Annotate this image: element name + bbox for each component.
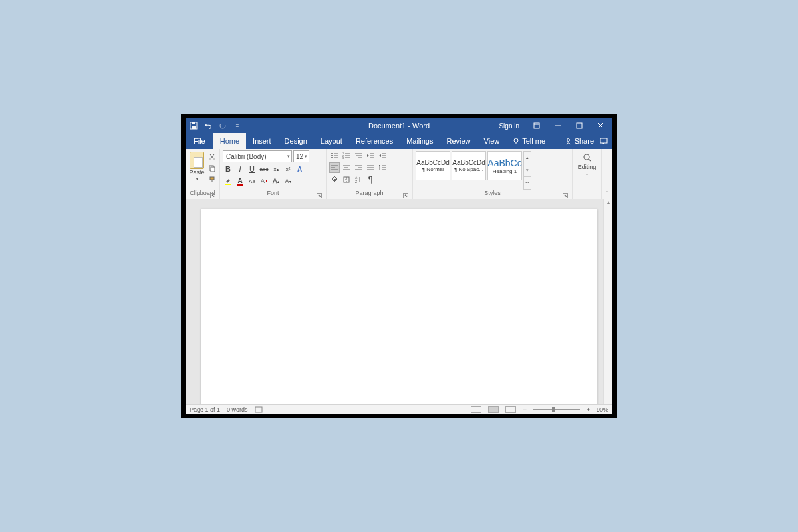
- cut-button[interactable]: [207, 152, 217, 162]
- shading-button[interactable]: [329, 174, 340, 185]
- bold-button[interactable]: B: [223, 164, 233, 174]
- text-effects-button[interactable]: A: [295, 164, 305, 174]
- clear-formatting-button[interactable]: A: [259, 176, 269, 186]
- style-no-spacing[interactable]: AaBbCcDd ¶ No Spac...: [452, 151, 486, 180]
- superscript-button[interactable]: x²: [283, 164, 293, 174]
- share-button[interactable]: Share: [565, 137, 594, 145]
- tabrow-right: Share: [565, 133, 612, 149]
- clipboard-dialog-launcher[interactable]: ⬊: [210, 193, 215, 198]
- tab-layout[interactable]: Layout: [314, 133, 349, 149]
- sign-in-button[interactable]: Sign in: [493, 122, 525, 130]
- editing-button[interactable]: Editing ▾: [575, 150, 598, 176]
- svg-point-26: [331, 155, 332, 156]
- undo-button[interactable]: [204, 122, 212, 130]
- align-right-button[interactable]: [353, 162, 364, 173]
- font-color-button[interactable]: A: [235, 176, 245, 186]
- qat-customize-button[interactable]: ≡: [233, 122, 241, 130]
- redo-icon: [219, 122, 227, 130]
- change-case-button[interactable]: Aa: [247, 176, 257, 186]
- copy-icon: [208, 164, 216, 172]
- scroll-up-button[interactable]: ▴: [604, 200, 612, 209]
- tab-design[interactable]: Design: [278, 133, 314, 149]
- shrink-font-button[interactable]: A▾: [283, 176, 293, 186]
- word-count[interactable]: 0 words: [227, 406, 248, 413]
- person-icon: [565, 138, 572, 145]
- maximize-button[interactable]: [570, 118, 589, 133]
- align-left-button[interactable]: [329, 162, 340, 173]
- decrease-indent-button[interactable]: [365, 150, 376, 161]
- svg-rect-4: [534, 123, 539, 128]
- zoom-slider[interactable]: [533, 409, 580, 410]
- styles-dialog-launcher[interactable]: ⬊: [563, 193, 568, 198]
- document-page[interactable]: [201, 209, 597, 404]
- styles-scroll-up[interactable]: ▴: [524, 152, 531, 164]
- tab-references[interactable]: References: [349, 133, 400, 149]
- spellcheck-icon[interactable]: [255, 406, 263, 413]
- grow-font-button[interactable]: A▴: [271, 176, 281, 186]
- styles-gallery-nav: ▴ ▾ ⚏: [523, 151, 531, 190]
- tab-file[interactable]: File: [186, 133, 213, 149]
- increase-indent-button[interactable]: [377, 150, 388, 161]
- clear-formatting-icon: A: [260, 177, 268, 185]
- group-paragraph: 123 AZ ¶ Par: [327, 149, 413, 199]
- web-layout-button[interactable]: [505, 406, 516, 413]
- italic-button[interactable]: I: [235, 164, 245, 174]
- svg-rect-2: [192, 126, 196, 129]
- paste-button[interactable]: Paste ▾: [188, 150, 205, 190]
- group-font: Calibri (Body)▾ 12▾ B I U abc x₂ x² A A …: [220, 149, 327, 199]
- style-heading-1[interactable]: AaBbCc Heading 1: [487, 151, 522, 180]
- line-spacing-button[interactable]: [377, 162, 388, 173]
- show-marks-button[interactable]: ¶: [365, 174, 376, 185]
- styles-scroll-down[interactable]: ▾: [524, 164, 531, 177]
- ribbon-display-button[interactable]: [527, 118, 546, 133]
- paragraph-dialog-launcher[interactable]: ⬊: [403, 193, 408, 198]
- align-center-button[interactable]: [341, 162, 352, 173]
- print-layout-button[interactable]: [488, 406, 499, 413]
- font-dialog-launcher[interactable]: ⬊: [317, 193, 322, 198]
- strikethrough-button[interactable]: abc: [259, 164, 269, 174]
- borders-button[interactable]: [341, 174, 352, 185]
- svg-rect-20: [210, 177, 214, 180]
- redo-button[interactable]: [219, 122, 227, 130]
- highlight-button[interactable]: [223, 176, 233, 186]
- tab-home[interactable]: Home: [213, 133, 246, 149]
- tab-view[interactable]: View: [477, 133, 507, 149]
- font-size-selector[interactable]: 12▾: [293, 150, 309, 162]
- zoom-out-button[interactable]: −: [523, 406, 526, 413]
- font-name-selector[interactable]: Calibri (Body)▾: [223, 150, 292, 162]
- editing-group-label: [575, 176, 598, 186]
- minimize-button[interactable]: [549, 118, 567, 133]
- svg-line-66: [589, 159, 591, 161]
- page-count[interactable]: Page 1 of 1: [190, 406, 220, 413]
- comments-icon[interactable]: [599, 136, 608, 146]
- close-button[interactable]: [591, 118, 610, 133]
- multilevel-list-button[interactable]: [353, 150, 364, 161]
- zoom-in-button[interactable]: +: [587, 406, 590, 413]
- svg-point-12: [567, 138, 569, 141]
- svg-point-24: [331, 153, 332, 154]
- tab-mailings[interactable]: Mailings: [400, 133, 440, 149]
- lightbulb-icon: [513, 138, 519, 144]
- style-normal[interactable]: AaBbCcDd ¶ Normal: [416, 151, 450, 180]
- tab-insert[interactable]: Insert: [246, 133, 278, 149]
- read-mode-button[interactable]: [471, 406, 481, 413]
- save-button[interactable]: [190, 122, 198, 130]
- title-bar: ≡ Document1 - Word Sign in: [186, 118, 612, 133]
- svg-text:Z: Z: [355, 180, 357, 184]
- underline-button[interactable]: U: [247, 164, 257, 174]
- vertical-scrollbar[interactable]: ▴: [603, 200, 612, 404]
- copy-button[interactable]: [207, 164, 217, 173]
- svg-text:A: A: [261, 178, 265, 184]
- tab-review[interactable]: Review: [440, 133, 477, 149]
- zoom-level[interactable]: 90%: [597, 406, 608, 413]
- sort-button[interactable]: AZ: [353, 174, 364, 185]
- styles-expand[interactable]: ⚏: [524, 177, 531, 189]
- tell-me-button[interactable]: Tell me: [513, 133, 545, 149]
- format-painter-button[interactable]: [207, 175, 217, 184]
- collapse-ribbon-button[interactable]: ˆ: [602, 149, 612, 199]
- subscript-button[interactable]: x₂: [271, 164, 281, 174]
- ribbon-tab-row: File Home Insert Design Layout Reference…: [186, 133, 612, 149]
- numbering-button[interactable]: 123: [341, 150, 352, 161]
- bullets-button[interactable]: [329, 150, 340, 161]
- justify-button[interactable]: [365, 162, 376, 173]
